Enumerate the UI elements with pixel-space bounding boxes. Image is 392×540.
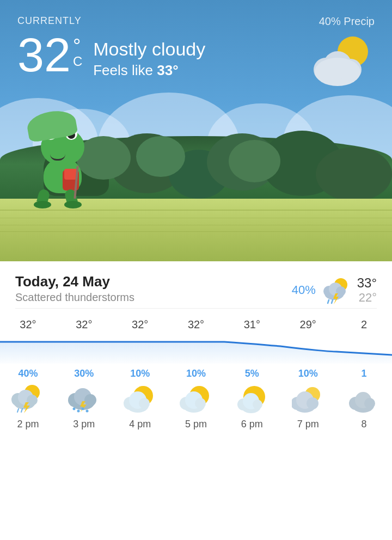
degree-symbol: ° — [73, 36, 82, 56]
hourly-forecast-row: 40% 2 pm 30% — [0, 364, 392, 434]
svg-point-28 — [77, 410, 80, 413]
svg-point-18 — [27, 395, 38, 406]
hourly-temp-0: 32° — [0, 318, 56, 331]
feels-like-text: Feels like 33° — [93, 62, 205, 79]
hourly-item-1: 30% 3 pm — [56, 368, 112, 430]
svg-point-45 — [253, 400, 262, 409]
currently-label: CURRENTLY — [17, 15, 82, 26]
svg-line-12 — [328, 300, 329, 303]
today-date-block: Today, 24 May Scattered thunderstorms — [15, 273, 134, 304]
svg-point-27 — [73, 408, 76, 410]
svg-point-29 — [82, 408, 84, 410]
svg-point-54 — [364, 398, 375, 409]
svg-line-20 — [17, 409, 19, 412]
temperature-row: 32 ° C Mostly cloudy Feels like 33° — [17, 31, 375, 79]
weather-header: CURRENTLY 40% Precip 32 ° C Mostly cloud… — [0, 0, 392, 79]
hourly-temp-3: 32° — [168, 318, 224, 331]
today-temps: 33° 22° — [357, 275, 377, 305]
hourly-item-5: 10% 7 pm — [280, 368, 336, 430]
hourly-temp-1: 32° — [56, 318, 112, 331]
temp-graph — [0, 331, 392, 364]
hourly-precip-0: 40% — [18, 368, 38, 379]
hourly-time-3: 5 pm — [185, 419, 207, 430]
today-condition: Scattered thunderstorms — [15, 291, 134, 304]
hourly-temp-4: 31° — [224, 318, 280, 331]
hourly-temp-2: 32° — [112, 318, 168, 331]
today-weather-icon — [322, 276, 351, 304]
hourly-precip-4: 5% — [245, 368, 259, 379]
today-high: 33° — [357, 275, 377, 291]
svg-point-10 — [336, 286, 346, 296]
weather-bottom-section: Today, 24 May Scattered thunderstorms 40… — [0, 261, 392, 434]
hourly-temp-5: 29° — [280, 318, 336, 331]
svg-point-30 — [86, 410, 89, 413]
hourly-time-2: 4 pm — [129, 419, 151, 430]
hourly-item-0: 40% 2 pm — [0, 368, 56, 430]
hourly-temps-row: 32° 32° 32° 32° 31° 29° 2 — [0, 309, 392, 331]
hourly-item-4: 5% 6 pm — [224, 368, 280, 430]
hourly-precip-1: 30% — [74, 368, 94, 379]
hourly-time-1: 3 pm — [73, 419, 95, 430]
today-precip: 40% — [292, 283, 316, 297]
hourly-icon-0 — [11, 383, 44, 415]
frog-character — [33, 133, 98, 210]
hourly-icon-6 — [348, 383, 381, 415]
hourly-item-6: 1 8 — [336, 368, 392, 430]
hourly-icon-4 — [236, 383, 268, 415]
hourly-icon-3 — [180, 383, 212, 415]
condition-block: Mostly cloudy Feels like 33° — [93, 39, 205, 79]
svg-point-25 — [84, 394, 96, 406]
svg-point-40 — [195, 398, 206, 409]
hourly-icon-5 — [292, 383, 324, 415]
hourly-temp-6: 2 — [336, 318, 392, 331]
hourly-precip-6: 1 — [362, 368, 367, 379]
hourly-icon-1 — [68, 383, 100, 415]
hourly-precip-2: 10% — [130, 368, 150, 379]
hourly-item-3: 10% 5 pm — [168, 368, 224, 430]
weather-top-section: CURRENTLY 40% Precip 32 ° C Mostly cloud… — [0, 0, 392, 261]
condition-text: Mostly cloudy — [93, 39, 205, 60]
today-right-block: 40% 33° 22° — [292, 275, 377, 305]
hourly-time-0: 2 pm — [17, 419, 39, 430]
hourly-icon-2 — [124, 383, 156, 415]
hourly-time-5: 7 pm — [297, 419, 319, 430]
temp-unit-block: ° C — [73, 36, 82, 69]
precip-label: 40% Precip — [319, 15, 375, 28]
hourly-item-2: 10% 4 pm — [112, 368, 168, 430]
temperature-value: 32 — [17, 31, 71, 79]
hourly-precip-3: 10% — [186, 368, 206, 379]
svg-point-35 — [139, 398, 150, 409]
today-header: Today, 24 May Scattered thunderstorms 40… — [0, 261, 392, 308]
today-low: 22° — [359, 291, 377, 305]
today-date: Today, 24 May — [15, 273, 134, 290]
svg-point-50 — [307, 397, 318, 409]
svg-line-21 — [21, 409, 22, 412]
hourly-time-4: 6 pm — [241, 419, 263, 430]
temp-scale: C — [73, 54, 82, 69]
hourly-time-6: 8 — [362, 419, 367, 430]
hourly-precip-5: 10% — [298, 368, 318, 379]
svg-line-13 — [332, 300, 333, 303]
